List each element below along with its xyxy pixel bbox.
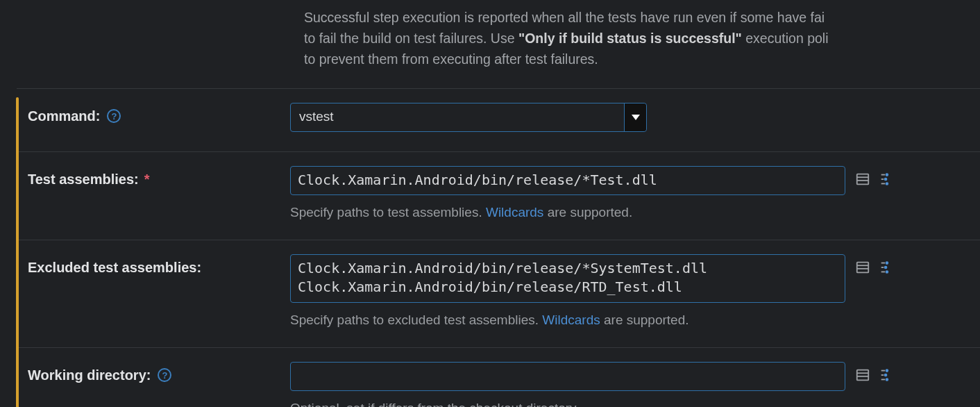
- svg-rect-0: [857, 174, 869, 184]
- working-directory-hint: Optional, set if differs from the checko…: [290, 401, 980, 407]
- excluded-assemblies-hint: Specify paths to excluded test assemblie…: [290, 313, 980, 328]
- vcs-tree-icon[interactable]: [879, 172, 894, 187]
- svg-point-15: [886, 369, 888, 372]
- svg-point-11: [886, 271, 888, 273]
- row-test-assemblies: Test assemblies: * Specify paths to test…: [17, 151, 980, 224]
- svg-point-10: [885, 266, 887, 268]
- excluded-assemblies-input[interactable]: [290, 254, 845, 303]
- wildcards-link[interactable]: Wildcards: [486, 205, 543, 219]
- command-select-value: vstest: [291, 103, 624, 131]
- help-icon[interactable]: ?: [158, 368, 171, 382]
- section-accent-bar: [16, 97, 19, 407]
- label-test-assemblies: Test assemblies: *: [17, 166, 290, 188]
- intro-text: Successful step execution is reported wh…: [304, 7, 980, 70]
- row-excluded-assemblies: Excluded test assemblies: Specify paths …: [17, 240, 980, 332]
- expand-editor-icon[interactable]: [855, 172, 870, 187]
- vcs-tree-icon[interactable]: [879, 367, 894, 383]
- test-assemblies-input[interactable]: [290, 166, 845, 195]
- expand-editor-icon[interactable]: [855, 260, 870, 275]
- svg-point-16: [885, 374, 887, 376]
- label-working-directory: Working directory: ?: [17, 362, 290, 383]
- test-assemblies-hint: Specify paths to test assemblies. Wildca…: [290, 205, 980, 220]
- svg-rect-6: [857, 262, 869, 272]
- command-select[interactable]: vstest: [290, 103, 647, 132]
- row-command: Command: ? vstest: [17, 88, 980, 136]
- vcs-tree-icon[interactable]: [879, 260, 894, 275]
- help-icon[interactable]: ?: [107, 109, 121, 123]
- svg-point-5: [886, 183, 888, 185]
- required-marker: *: [144, 172, 150, 188]
- svg-rect-12: [857, 369, 869, 380]
- expand-editor-icon[interactable]: [855, 367, 870, 383]
- label-excluded-assemblies: Excluded test assemblies:: [17, 254, 290, 276]
- command-select-button[interactable]: [624, 103, 646, 131]
- working-directory-input[interactable]: [290, 362, 845, 391]
- svg-point-17: [886, 379, 888, 381]
- label-command: Command: ?: [17, 103, 290, 124]
- svg-point-4: [885, 178, 887, 180]
- wildcards-link[interactable]: Wildcards: [542, 313, 600, 327]
- row-working-directory: Working directory: ? Optional, set if di…: [17, 347, 980, 407]
- svg-point-3: [886, 174, 888, 176]
- chevron-down-icon: [632, 115, 640, 120]
- svg-point-9: [886, 262, 888, 264]
